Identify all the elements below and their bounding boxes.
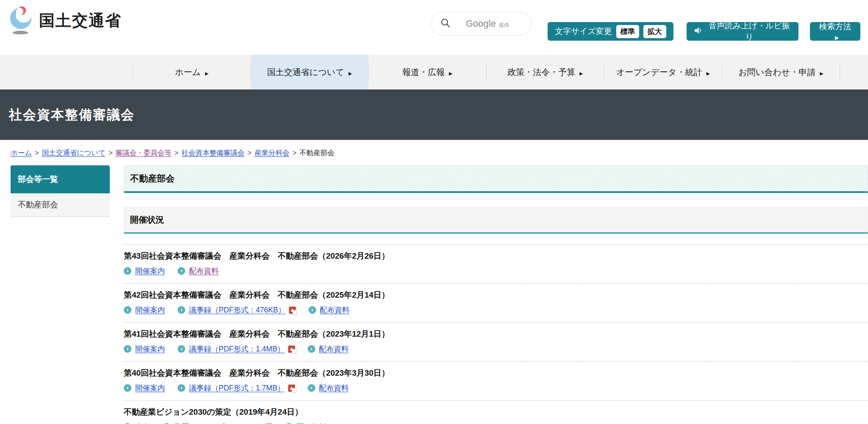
breadcrumb-separator: > — [35, 149, 39, 156]
section-heading: 開催状況 — [124, 207, 868, 234]
chevron-bullet-icon — [308, 384, 315, 392]
nav-item-label: 国土交通省について — [267, 67, 352, 78]
nav-item-contact[interactable]: お問い合わせ・申請 — [722, 55, 840, 89]
mlit-logo[interactable]: 国土交通省 — [9, 5, 122, 36]
link-item: 配布資料 — [308, 383, 349, 393]
meeting-list: 第43回社会資本整備審議会 産業分科会 不動産部会（2026年2月26日） 開催… — [124, 244, 868, 424]
link-item: 議事録（PDF形式：1.7MB） — [178, 383, 295, 393]
site-title: 国土交通省 — [39, 10, 122, 31]
meeting-title: 第42回社会資本整備審議会 産業分科会 不動産部会（2025年2月14日） — [124, 290, 868, 301]
chevron-bullet-icon — [124, 345, 131, 353]
meeting-link[interactable]: 議事録（PDF形式：476KB） — [189, 305, 286, 315]
breadcrumb-item-councils[interactable]: 審議会・委員会等 — [116, 149, 172, 156]
font-size-large-button[interactable]: 拡大 — [643, 25, 666, 38]
breadcrumb-item-shingikai[interactable]: 社会資本整備審議会 — [181, 149, 245, 156]
search-method-button[interactable]: 検索方法 — [810, 22, 860, 41]
sidebar-header: 部会等一覧 — [11, 165, 110, 193]
page-heading: 不動産部会 — [124, 165, 868, 193]
chevron-bullet-icon — [309, 306, 316, 314]
chevron-bullet-icon — [178, 267, 185, 275]
meeting-link[interactable]: 議事録（PDF形式：1.4MB） — [189, 344, 285, 354]
chevron-bullet-icon — [124, 267, 131, 275]
link-item: 議事録（PDF形式：476KB） — [178, 305, 296, 315]
site-search-input[interactable]: Google 提供 — [431, 12, 531, 36]
meeting-title: 第41回社会資本整備審議会 産業分科会 不動産部会（2023年12月1日） — [124, 329, 868, 340]
mlit-logo-mark-icon — [9, 5, 34, 36]
link-item: 議事録（PDF形式：1.4MB） — [178, 344, 295, 354]
nav-item-about-mlit[interactable]: 国土交通省について — [251, 55, 368, 89]
breadcrumb-separator: > — [248, 149, 252, 156]
meeting-link[interactable]: 開催案内 — [135, 383, 165, 393]
meeting-links: 開催案内配布資料 — [124, 266, 868, 276]
chevron-bullet-icon — [178, 306, 185, 314]
breadcrumb-item-fudosan-bukai: 不動産部会 — [300, 149, 335, 156]
meeting-link[interactable]: 配布資料 — [297, 422, 326, 424]
chevron-bullet-icon — [124, 384, 131, 392]
content-area: 部会等一覧 不動産部会 不動産部会 開催状況 第43回社会資本整備審議会 産業分… — [0, 165, 868, 424]
pdf-icon — [288, 385, 295, 392]
sidebar-list: 不動産部会 — [11, 193, 110, 217]
pdf-icon — [288, 346, 295, 353]
breadcrumb-item-home[interactable]: ホーム — [11, 149, 32, 156]
nav-item-opendata[interactable]: オープンデータ・統計 — [604, 55, 722, 89]
voice-reading-button[interactable]: 音声読み上げ・ルビ振り — [687, 22, 798, 41]
chevron-bullet-icon — [178, 345, 185, 353]
speaker-icon — [693, 26, 703, 37]
meeting-link[interactable]: 開催案内 — [135, 266, 165, 276]
voice-reading-label: 音声読み上げ・ルビ振り — [707, 20, 792, 42]
link-item: 配布資料 — [178, 266, 219, 276]
breadcrumb-separator: > — [292, 149, 297, 156]
meeting-links: 本文概要（PDF形式：1.9MB）配布資料 — [124, 422, 868, 424]
font-size-control: 文字サイズ変更 標準 拡大 — [548, 22, 673, 41]
nav-item-policy[interactable]: 政策・法令・予算 — [487, 55, 604, 89]
chevron-bullet-icon — [124, 306, 131, 314]
link-item: 配布資料 — [309, 305, 350, 315]
breadcrumb-separator: > — [175, 149, 179, 156]
sidebar: 部会等一覧 不動産部会 — [11, 165, 110, 217]
nav-item-home[interactable]: ホーム — [133, 55, 250, 89]
nav-item-label: オープンデータ・統計 — [616, 67, 710, 78]
font-size-standard-button[interactable]: 標準 — [616, 25, 639, 38]
meeting-link[interactable]: 配布資料 — [320, 305, 350, 315]
meeting-links: 開催案内議事録（PDF形式：1.4MB）配布資料 — [124, 344, 868, 354]
meeting-link[interactable]: 本文 — [135, 422, 150, 424]
chevron-bullet-icon — [178, 384, 185, 392]
meeting-links: 開催案内議事録（PDF形式：476KB）配布資料 — [124, 305, 868, 315]
link-item: 配布資料 — [285, 422, 326, 424]
meeting-entry: 第41回社会資本整備審議会 産業分科会 不動産部会（2023年12月1日） 開催… — [124, 322, 868, 361]
meeting-entry: 第42回社会資本整備審議会 産業分科会 不動産部会（2025年2月14日） 開催… — [124, 283, 868, 322]
sidebar-item-fudosan-bukai[interactable]: 不動産部会 — [11, 193, 110, 217]
breadcrumb-separator: > — [108, 149, 113, 156]
main-panel: 不動産部会 開催状況 第43回社会資本整備審議会 産業分科会 不動産部会（202… — [124, 165, 868, 424]
link-item: 開催案内 — [124, 344, 165, 354]
nav-item-label: 政策・法令・予算 — [507, 67, 583, 78]
search-icon — [440, 18, 451, 30]
breadcrumb: ホーム>国土交通省について>審議会・委員会等>社会資本整備審議会>産業分科会>不… — [0, 140, 868, 163]
link-item: 開催案内 — [124, 266, 165, 276]
nav-item-label: お問い合わせ・申請 — [738, 67, 823, 78]
meeting-link[interactable]: 配布資料 — [319, 344, 349, 354]
pdf-icon — [289, 307, 296, 314]
meeting-entry: 第43回社会資本整備審議会 産業分科会 不動産部会（2026年2月26日） 開催… — [124, 244, 868, 283]
breadcrumb-item-about-mlit[interactable]: 国土交通省について — [42, 149, 106, 156]
main-nav: ホーム国土交通省について報道・広報政策・法令・予算オープンデータ・統計お問い合わ… — [0, 55, 868, 89]
link-item: 本文 — [124, 422, 150, 424]
nav-item-label: 報道・広報 — [402, 67, 452, 78]
meeting-title: 第43回社会資本整備審議会 産業分科会 不動産部会（2026年2月26日） — [124, 251, 868, 262]
link-item: 概要（PDF形式：1.9MB） — [163, 422, 273, 424]
meeting-link[interactable]: 概要（PDF形式：1.9MB） — [174, 422, 262, 424]
meeting-link[interactable]: 議事録（PDF形式：1.7MB） — [189, 383, 285, 393]
font-size-label: 文字サイズ変更 — [555, 26, 612, 37]
link-item: 開催案内 — [124, 383, 165, 393]
nav-item-press[interactable]: 報道・広報 — [369, 55, 486, 89]
nav-item-label: ホーム — [175, 67, 209, 78]
meeting-link[interactable]: 配布資料 — [189, 266, 219, 276]
meeting-link[interactable]: 開催案内 — [135, 305, 165, 315]
breadcrumb-item-sangyo-bunkakai[interactable]: 産業分科会 — [254, 149, 289, 156]
meeting-entry: 第40回社会資本整備審議会 産業分科会 不動産部会（2023年3月30日） 開催… — [124, 361, 868, 400]
meeting-title: 第40回社会資本整備審議会 産業分科会 不動産部会（2023年3月30日） — [124, 368, 868, 379]
search-placeholder: Google 提供 — [466, 18, 509, 29]
meeting-link[interactable]: 開催案内 — [135, 344, 165, 354]
meeting-link[interactable]: 配布資料 — [319, 383, 349, 393]
page-banner: 社会資本整備審議会 — [0, 89, 868, 140]
